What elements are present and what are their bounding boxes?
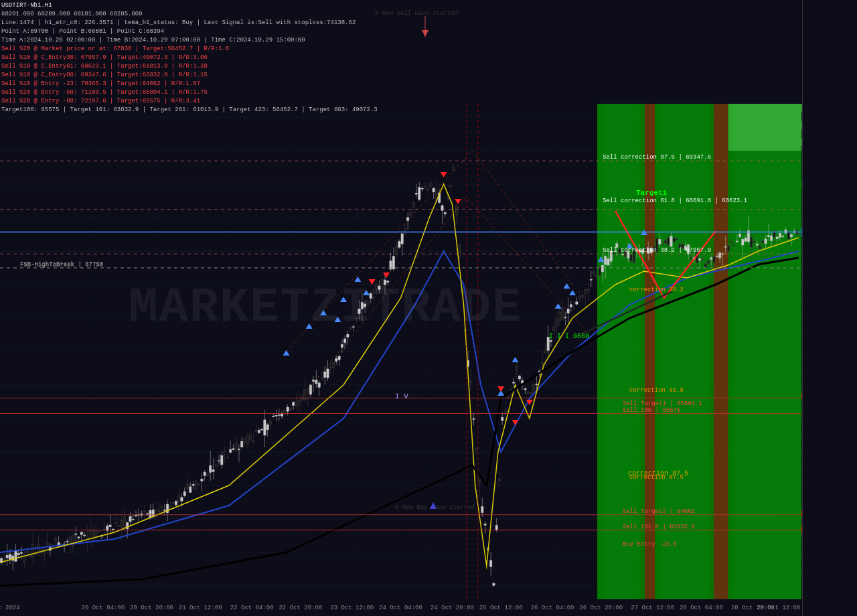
info-line3: Time A:2024.10.26 02:00:00 | Time B:2024… — [1, 36, 378, 45]
info-line6: Sell %10 @ C_Entry61: 68623.1 | Target:6… — [1, 62, 378, 71]
info-line5: Sell %10 @ C_Entry38: 67957.9 | Target:4… — [1, 54, 378, 62]
price-panel — [802, 0, 857, 616]
info-line10: Sell %20 @ Entry -88: 72197.6 | Target:6… — [1, 97, 378, 106]
info-line9: Sell %20 @ Entry -50: 71109.5 | Target:6… — [1, 88, 378, 97]
watermark: MARKETZITRADE — [129, 281, 523, 335]
info-line4: Sell %20 @ Market price or at: 67830 | T… — [1, 45, 378, 54]
chart-container: MARKETZITRADE USDTIRT-Nbi.H1 68201.000 6… — [0, 0, 857, 616]
info-line11: Target100: 65575 | Target 161: 63832.9 |… — [1, 106, 378, 114]
info-line2: Point A:69700 | Point B:66881 | Point C:… — [1, 27, 378, 36]
ohlc-values: 68201.000 68289.000 68181.000 68285.000 — [1, 10, 378, 19]
info-line7: Sell %10 @ C_Entry88: 69347.6 | Target:6… — [1, 71, 378, 80]
info-line8: Sell %10 @ Entry -23: 70365.3 | Target:6… — [1, 80, 378, 88]
info-panel: USDTIRT-Nbi.H1 68201.000 68289.000 68181… — [1, 1, 378, 114]
symbol-title: USDTIRT-Nbi.H1 — [1, 1, 378, 10]
info-line1: Line:1474 | h1_atr_c0: 226.3571 | tema_h… — [1, 19, 378, 27]
